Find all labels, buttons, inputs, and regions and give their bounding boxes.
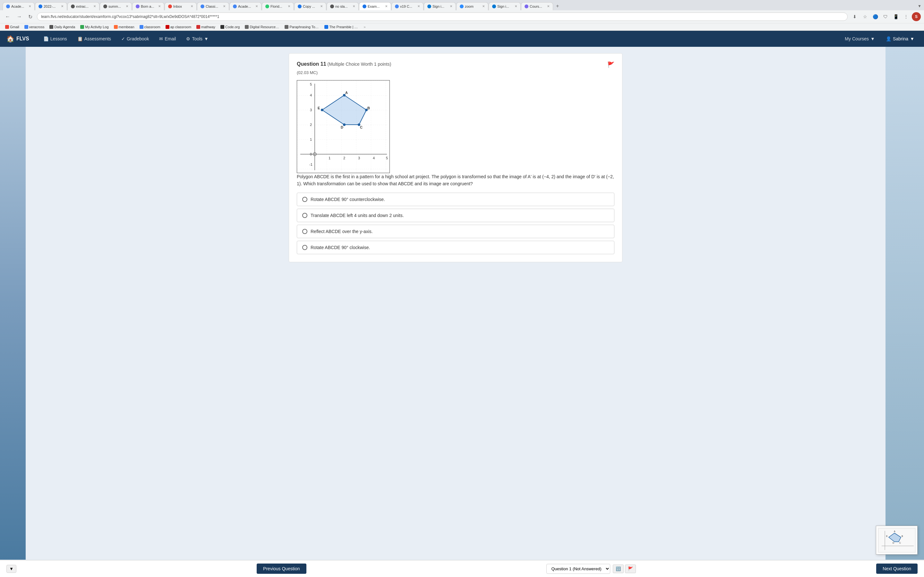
bookmark-classroom[interactable]: classroom: [137, 24, 162, 29]
tab-florid[interactable]: Florid... ✕: [262, 2, 294, 10]
more-icon[interactable]: ⋮: [901, 12, 911, 21]
bookmark-daily-agenda[interactable]: Daily Agenda: [47, 24, 77, 29]
svg-text:1: 1: [310, 137, 312, 141]
tab-zoom[interactable]: zoom ✕: [456, 2, 488, 10]
tab-icon: [298, 5, 302, 8]
tab-exam[interactable]: Exam... ✕: [359, 2, 391, 10]
address-bar-input[interactable]: learn.flvs.net/educator/student/examform…: [37, 13, 848, 21]
bookmark-mathway[interactable]: mathway: [194, 24, 217, 29]
download-icon[interactable]: ⬇: [850, 12, 859, 21]
tab-nosla[interactable]: no sla... ✕: [326, 2, 359, 10]
svg-text:E: E: [318, 106, 320, 110]
bookmark-codeorg[interactable]: Code.org: [218, 24, 242, 29]
tab-2022[interactable]: 2022-... ✕: [35, 2, 67, 10]
tab-v19c[interactable]: v19 C... ✕: [391, 2, 423, 10]
tab-close[interactable]: ✕: [352, 5, 355, 8]
tab-icon: [395, 5, 399, 8]
graph-container: 1 2 3 4 5 0 1 2 3 4 5 -1: [297, 80, 614, 173]
profile-avatar[interactable]: S: [912, 12, 921, 21]
tab-extrac[interactable]: extrac... ✕: [67, 2, 99, 10]
svg-text:E: E: [886, 535, 888, 537]
tab-close[interactable]: ✕: [126, 5, 128, 8]
bookmark-membean[interactable]: membean: [112, 24, 136, 29]
gradebook-icon: ✓: [121, 36, 125, 41]
app-logo[interactable]: 🏠 FLVS: [6, 35, 29, 43]
tab-close[interactable]: ✕: [288, 5, 290, 8]
svg-text:4: 4: [373, 156, 375, 160]
app-navbar: 🏠 FLVS 📄 Lessons 📋 Assessments ✓ Gradebo…: [0, 31, 924, 47]
svg-text:2: 2: [310, 123, 312, 127]
logo-text: FLVS: [16, 36, 29, 42]
tab-close[interactable]: ✕: [482, 5, 485, 8]
radio-d[interactable]: [302, 245, 307, 250]
bookmark-activity-log[interactable]: My Activity Log: [78, 24, 110, 29]
tab-close[interactable]: ✕: [450, 5, 452, 8]
nav-gradebook[interactable]: ✓ Gradebook: [117, 34, 153, 44]
tab-classi[interactable]: Classi... ✕: [197, 2, 229, 10]
bookmark-paraphrasing[interactable]: Paraphrasing Tool...: [283, 24, 321, 29]
nav-user[interactable]: 👤 Sabrina ▼: [883, 34, 918, 43]
radio-b[interactable]: [302, 213, 307, 218]
tab-menu-icon[interactable]: ▼: [918, 4, 921, 8]
bookmarks-bar: Gmail veracross Daily Agenda My Activity…: [0, 23, 924, 31]
tab-icon: [39, 5, 42, 8]
flag-button[interactable]: 🚩: [607, 61, 614, 68]
answer-option-d[interactable]: Rotate ABCDE 90° clockwise.: [297, 241, 614, 254]
reload-button[interactable]: ↻: [26, 13, 34, 21]
right-sidebar: [885, 47, 924, 560]
extension-icon-1[interactable]: 🔵: [871, 12, 880, 21]
tab-copy[interactable]: Copy ... ✕: [294, 2, 326, 10]
tab-signi-2[interactable]: Sign i... ✕: [489, 2, 521, 10]
tab-signi-ms[interactable]: Sign i... ✕: [424, 2, 456, 10]
tab-close[interactable]: ✕: [547, 5, 549, 8]
radio-c[interactable]: [302, 229, 307, 234]
tab-close[interactable]: ✕: [255, 5, 258, 8]
nav-email[interactable]: ✉ Email: [155, 34, 180, 44]
activity-log-icon: [80, 25, 84, 29]
bookmark-veracross[interactable]: veracross: [23, 24, 47, 29]
tab-cours[interactable]: Cours... ✕: [521, 2, 553, 10]
new-tab-button[interactable]: +: [553, 2, 561, 10]
bookmarks-overflow[interactable]: »: [363, 25, 365, 29]
classroom-icon: [140, 25, 144, 29]
answer-option-b[interactable]: Translate ABCDE left 4 units and down 2 …: [297, 209, 614, 222]
nav-tools[interactable]: ⚙ Tools ▼: [182, 34, 213, 44]
tools-dropdown-icon: ▼: [204, 36, 208, 41]
tab-born[interactable]: Born a... ✕: [132, 2, 164, 10]
bookmark-icon[interactable]: ☆: [861, 12, 869, 21]
tab-close[interactable]: ✕: [94, 5, 96, 8]
extension-icon-3[interactable]: 📱: [891, 12, 900, 21]
radio-a[interactable]: [302, 197, 307, 202]
tab-summ[interactable]: summ... ✕: [100, 2, 132, 10]
bookmark-digital-resources[interactable]: Digital Resources...: [243, 24, 281, 29]
daily-agenda-icon: [49, 25, 53, 29]
tab-close[interactable]: ✕: [515, 5, 517, 8]
tab-acade-1[interactable]: Acade... ✕: [3, 2, 35, 10]
nav-lessons[interactable]: 📄 Lessons: [39, 34, 71, 44]
tab-acade-2[interactable]: Acade... ✕: [229, 2, 262, 10]
tab-close[interactable]: ✕: [320, 5, 323, 8]
svg-text:3: 3: [310, 108, 312, 112]
back-button[interactable]: ←: [3, 13, 12, 21]
nav-assessments[interactable]: 📋 Assessments: [73, 34, 115, 44]
nav-my-courses[interactable]: My Courses ▼: [840, 34, 879, 44]
tab-close[interactable]: ✕: [29, 5, 31, 8]
bookmark-preamble[interactable]: The Preamble | Th...: [322, 24, 361, 29]
tab-close[interactable]: ✕: [158, 5, 161, 8]
tab-inbox[interactable]: Inbox ✕: [165, 2, 197, 10]
tab-close[interactable]: ✕: [223, 5, 226, 8]
tab-close[interactable]: ✕: [61, 5, 63, 8]
svg-text:A: A: [894, 530, 895, 532]
tab-close-active[interactable]: ✕: [385, 5, 388, 8]
forward-button[interactable]: →: [15, 13, 24, 21]
email-icon: ✉: [159, 36, 163, 41]
extension-icon-2[interactable]: 🛡: [881, 12, 890, 21]
bookmark-ap-classroom[interactable]: ap classroom: [164, 24, 193, 29]
tab-close[interactable]: ✕: [417, 5, 420, 8]
bookmark-gmail[interactable]: Gmail: [3, 24, 21, 29]
tab-icon: [265, 5, 269, 8]
veracross-icon: [24, 25, 28, 29]
answer-option-a[interactable]: Rotate ABCDE 90° counterclockwise.: [297, 193, 614, 206]
tab-close[interactable]: ✕: [191, 5, 193, 8]
answer-option-c[interactable]: Reflect ABCDE over the y-axis.: [297, 225, 614, 238]
